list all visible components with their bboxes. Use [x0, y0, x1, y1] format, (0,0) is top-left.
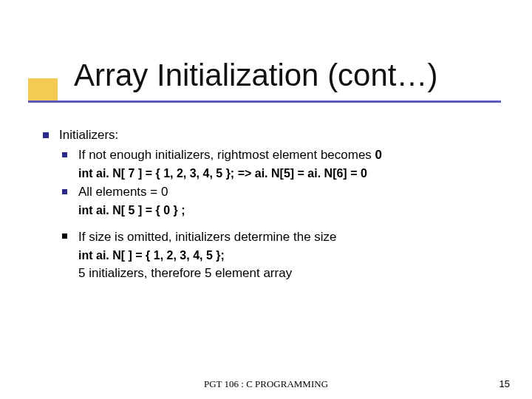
accent-square [28, 78, 58, 100]
title-block: Array Initialization (cont…) [0, 58, 532, 105]
bullet-label: Initializers: [59, 128, 118, 142]
page-number: 15 [499, 378, 510, 389]
bullet-all-zero: All elements = 0 [62, 184, 501, 201]
code-line-2: int ai. N[ 5 ] = { 0 } ; [78, 202, 501, 219]
bullet-size-omitted: If size is omitted, initializers determi… [62, 229, 501, 246]
bullet-text: If size is omitted, initializers determi… [78, 230, 337, 244]
slide-title: Array Initialization (cont…) [74, 58, 438, 93]
slide-body: Initializers: If not enough initializers… [43, 127, 501, 282]
code-line-3: int ai. N[ ] = { 1, 2, 3, 4, 5 }; [78, 248, 501, 264]
bullet-not-enough: If not enough initializers, rightmost el… [62, 147, 501, 164]
course-label: PGT 106 : C PROGRAMMING [0, 378, 532, 390]
bullet-initializers: Initializers: [43, 127, 501, 144]
bold-zero: 0 [375, 148, 382, 162]
bullet-after-text: 5 initializers, therefore 5 element arra… [78, 265, 501, 282]
bullet-text: If not enough initializers, rightmost el… [78, 148, 375, 162]
code-line-1: int ai. N[ 7 ] = { 1, 2, 3, 4, 5 }; => a… [78, 166, 501, 182]
bullet-text: All elements = 0 [78, 185, 168, 199]
title-underline [28, 100, 501, 103]
